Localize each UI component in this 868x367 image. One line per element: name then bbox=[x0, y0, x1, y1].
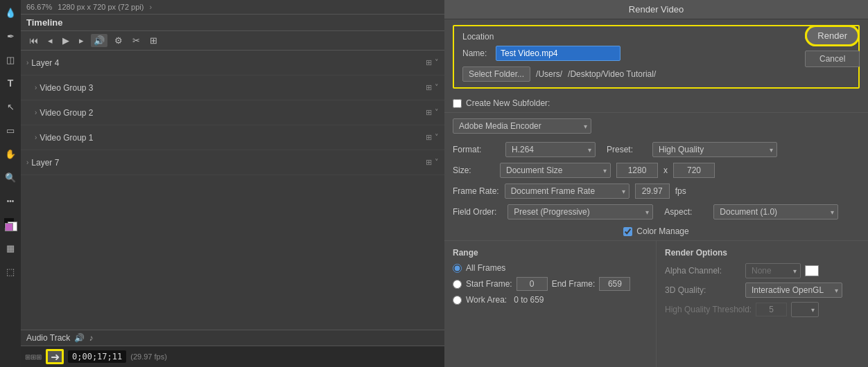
layer-item[interactable]: › Video Group 1 ⊞ ˅ bbox=[21, 125, 444, 150]
speaker-button[interactable]: 🔊 bbox=[91, 34, 107, 47]
all-frames-label: All Frames bbox=[466, 263, 505, 273]
hand-icon[interactable]: ✋ bbox=[2, 145, 19, 162]
export-frame-button[interactable]: ➜ bbox=[46, 349, 64, 364]
alpha-channel-dropdown-wrapper: None bbox=[745, 263, 801, 278]
work-area-value: 0 to 659 bbox=[514, 295, 544, 305]
render-cancel-buttons: Render Cancel bbox=[805, 25, 860, 67]
encoder-dropdown-wrapper: Adobe Media Encoder bbox=[453, 118, 591, 134]
pen-icon[interactable]: ✒ bbox=[2, 28, 19, 44]
layer-more-icon: ˅ bbox=[435, 108, 439, 117]
layer-visibility-icon: ⊞ bbox=[426, 158, 432, 167]
encoder-row: Adobe Media Encoder bbox=[444, 113, 868, 139]
chevron-icon: › bbox=[35, 109, 37, 116]
range-section: Range All Frames Start Frame: End Frame:… bbox=[444, 241, 657, 367]
height-input[interactable] bbox=[673, 163, 715, 178]
field-order-dropdown[interactable]: Preset (Progressive) bbox=[507, 204, 653, 220]
aspect-dropdown[interactable]: Document (1.0) bbox=[713, 204, 838, 220]
step-forward-button[interactable]: ▸ bbox=[76, 34, 87, 47]
color-squares-icon[interactable] bbox=[2, 216, 19, 233]
layer-name: Video Group 2 bbox=[40, 108, 423, 118]
layer-visibility-icon: ⊞ bbox=[426, 83, 432, 92]
play-button[interactable]: ▶ bbox=[60, 34, 72, 47]
zoom-icon[interactable]: 🔍 bbox=[2, 169, 19, 186]
render-button[interactable]: Render bbox=[805, 25, 860, 46]
layer-visibility-icon: ⊞ bbox=[426, 58, 432, 67]
layer-item[interactable]: › Layer 4 ⊞ ˅ bbox=[21, 51, 444, 75]
work-area-row: Work Area: 0 to 659 bbox=[453, 295, 648, 305]
layer-name: Video Group 1 bbox=[40, 133, 423, 143]
hq-threshold-row: High Quality Threshold: bbox=[665, 302, 860, 317]
layer-name: Layer 7 bbox=[31, 158, 423, 168]
width-input[interactable] bbox=[616, 163, 658, 178]
location-section: Location Name: Select Folder... /Users/ … bbox=[453, 25, 860, 89]
grid-icon[interactable]: ▦ bbox=[2, 240, 19, 256]
folder-row: Select Folder... /Users/ /Desktop/Video … bbox=[462, 66, 850, 82]
3d-quality-dropdown-wrapper: Interactive OpenGL bbox=[745, 283, 842, 298]
color-manage-checkbox[interactable] bbox=[623, 227, 632, 236]
tool-sidebar: 💧 ✒ ◫ T ↖ ▭ ✋ 🔍 ••• ▦ ⬚ bbox=[0, 0, 21, 367]
droplet-icon[interactable]: 💧 bbox=[2, 4, 19, 21]
work-area-radio[interactable] bbox=[453, 296, 462, 305]
size-dropdown[interactable]: Document Size bbox=[500, 163, 611, 178]
x-separator: x bbox=[663, 165, 668, 175]
encoder-dropdown[interactable]: Adobe Media Encoder bbox=[453, 118, 591, 134]
name-input[interactable] bbox=[496, 46, 620, 61]
dots-icon[interactable]: ••• bbox=[2, 193, 19, 209]
start-frame-input[interactable] bbox=[517, 277, 548, 291]
settings-button[interactable]: ⚙ bbox=[112, 34, 125, 47]
framerate-dropdown-wrapper: Document Frame Rate bbox=[505, 184, 630, 199]
format-dropdown[interactable]: H.264 bbox=[505, 142, 596, 157]
preset-dropdown[interactable]: High Quality bbox=[652, 142, 777, 157]
export-icon[interactable]: ⬚ bbox=[2, 263, 19, 280]
chevron-icon: › bbox=[35, 84, 37, 91]
step-back-button[interactable]: ◂ bbox=[45, 34, 55, 47]
timeline-title: Timeline bbox=[21, 15, 444, 31]
preset-label: Preset: bbox=[607, 145, 641, 154]
render-options-title: Render Options bbox=[665, 248, 860, 258]
format-preset-row: Format: H.264 Preset: High Quality bbox=[444, 139, 868, 160]
aspect-dropdown-wrapper: Document (1.0) bbox=[713, 204, 838, 220]
layer-more-icon: ˅ bbox=[435, 58, 439, 67]
skip-back-button[interactable]: ⏮ bbox=[26, 34, 41, 47]
format-label: Format: bbox=[453, 145, 494, 154]
layer-item[interactable]: › Video Group 3 ⊞ ˅ bbox=[21, 75, 444, 100]
timeline-controls: ⏮ ◂ ▶ ▸ 🔊 ⚙ ✂ ⊞ bbox=[21, 31, 444, 51]
color-manage-label: Color Manage bbox=[636, 226, 688, 236]
color-manage-row: Color Manage bbox=[444, 222, 868, 240]
layer-item[interactable]: › Layer 7 ⊞ ˅ bbox=[21, 150, 444, 175]
end-frame-input[interactable] bbox=[599, 277, 630, 291]
3d-quality-dropdown[interactable]: Interactive OpenGL bbox=[745, 283, 842, 298]
start-frame-radio[interactable] bbox=[453, 280, 462, 289]
scissors-button[interactable]: ✂ bbox=[130, 34, 143, 47]
chevron-icon: › bbox=[35, 134, 37, 141]
eraser-icon[interactable]: ◫ bbox=[2, 51, 19, 68]
framerate-dropdown[interactable]: Document Frame Rate bbox=[505, 184, 630, 199]
size-row: Size: Document Size x bbox=[444, 160, 868, 181]
fps-input[interactable] bbox=[635, 184, 670, 199]
chevron-icon: › bbox=[26, 159, 28, 166]
timecode-bar: ⊞⊞⊞ ➜ 0;00;17;11 (29.97 fps) bbox=[21, 346, 444, 367]
grid-small-icon: ⊞⊞⊞ bbox=[25, 353, 42, 361]
dimensions-info: 1280 px x 720 px (72 ppi) bbox=[58, 3, 144, 11]
chevron-right-icon: › bbox=[149, 3, 152, 11]
work-area-label: Work Area: bbox=[466, 295, 507, 305]
bottom-section: Range All Frames Start Frame: End Frame:… bbox=[444, 240, 868, 367]
expand-button[interactable]: ⊞ bbox=[147, 34, 160, 47]
layer-item[interactable]: › Video Group 2 ⊞ ˅ bbox=[21, 100, 444, 125]
3d-quality-row: 3D Quality: Interactive OpenGL bbox=[665, 283, 860, 298]
type-icon[interactable]: T bbox=[2, 75, 19, 91]
layer-more-icon: ˅ bbox=[435, 83, 439, 92]
3d-quality-label: 3D Quality: bbox=[665, 285, 741, 295]
rect-icon[interactable]: ▭ bbox=[2, 122, 19, 138]
alpha-channel-dropdown[interactable]: None bbox=[745, 263, 801, 278]
aspect-label: Aspect: bbox=[664, 207, 702, 217]
cursor-icon[interactable]: ↖ bbox=[2, 98, 19, 115]
render-options-section: Render Options Alpha Channel: None 3D Qu… bbox=[657, 241, 868, 367]
select-folder-button[interactable]: Select Folder... bbox=[462, 66, 530, 82]
all-frames-radio[interactable] bbox=[453, 264, 462, 273]
cancel-button[interactable]: Cancel bbox=[805, 51, 860, 67]
subfolder-checkbox[interactable] bbox=[453, 99, 462, 108]
subfolder-row: Create New Subfolder: bbox=[444, 94, 868, 112]
dialog-body: Location Name: Select Folder... /Users/ … bbox=[444, 19, 868, 367]
chevron-icon: › bbox=[26, 59, 28, 66]
